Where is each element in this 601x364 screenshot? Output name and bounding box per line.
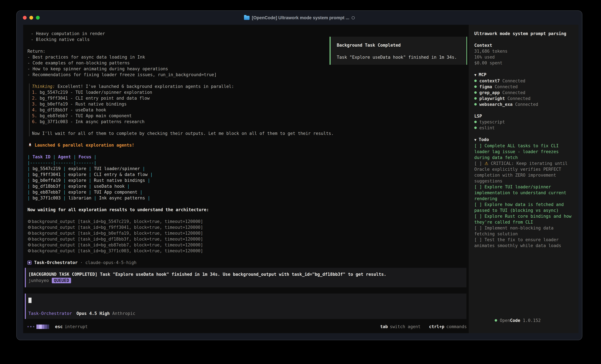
tool-call-line: ⚙background_output [task_id=bg_df18bb3f,… bbox=[27, 236, 467, 242]
table-cell: bg_b0effa19 bbox=[30, 178, 63, 183]
status-bar-right: tab switch agent ctrl+p commands bbox=[380, 324, 467, 330]
agent-name: Task-Orchestrator bbox=[34, 260, 78, 266]
tab-key-label: switch agent bbox=[390, 324, 421, 330]
table-cell: explore bbox=[66, 184, 89, 189]
item-number: 6. bbox=[32, 119, 37, 124]
spinner-bar bbox=[36, 325, 49, 329]
queued-badge: QUEUED bbox=[52, 278, 71, 283]
mcp-status: Connected bbox=[502, 78, 525, 83]
context-heading: Context bbox=[474, 42, 575, 48]
prompt-input[interactable]: Task-Orchestrator Opus 4.5 High Anthropi… bbox=[25, 294, 466, 319]
tool-call-line: ⚙background_output [task_id=bg_f9ff3041,… bbox=[27, 224, 467, 230]
close-button[interactable] bbox=[23, 16, 27, 19]
opencode-window: [OpenCode] Ultrawork mode system prompt … bbox=[16, 10, 582, 340]
todo-item: [ ] ⚠ CRITICAL: Keep iterating until Ora… bbox=[474, 161, 575, 184]
lsp-list: typescripteslint bbox=[474, 119, 575, 131]
gear-icon: ⚙ bbox=[27, 219, 31, 224]
table-cell: explore bbox=[66, 190, 89, 195]
mcp-item: playwright Connected bbox=[474, 96, 575, 101]
status-dot bbox=[474, 80, 477, 82]
output-line: - Heavy computation in render bbox=[27, 31, 467, 37]
table-cell: Rust native bindings bbox=[91, 178, 148, 183]
todo-section-header[interactable]: ▼Todo bbox=[474, 137, 575, 143]
table-header-cell: Agent bbox=[56, 154, 73, 159]
agents-table: | Task ID | Agent | Focus ||---------|--… bbox=[27, 154, 467, 201]
agent-icon bbox=[27, 261, 31, 265]
status-bar: esc interrupt tab switch agent ctrl+p co… bbox=[27, 324, 467, 330]
mcp-list: context7 Connectedfigma Connectedgrep_ap… bbox=[474, 78, 575, 107]
item-number: 1. bbox=[32, 90, 37, 95]
mcp-name: websearch_exa bbox=[479, 102, 513, 107]
item-number: 4. bbox=[32, 107, 37, 112]
table-cell: bg_df18bb3f bbox=[30, 184, 63, 189]
background-task-message: [BACKGROUND TASK COMPLETED] Task "Explor… bbox=[25, 268, 466, 287]
traffic-lights bbox=[23, 16, 40, 19]
thinking-agent-item: 6. bg_37f1c003 - Ink async patterns rese… bbox=[32, 119, 467, 125]
table-cell: CLI entry & data flow bbox=[91, 172, 150, 177]
waiting-line: Now waiting for all exploration results … bbox=[27, 207, 467, 213]
title-area: [OpenCode] Ultrawork mode system prompt … bbox=[17, 11, 582, 25]
input-provider: Anthropic bbox=[112, 310, 135, 316]
gear-icon: ⚙ bbox=[27, 242, 31, 247]
table-cell: bg_5547c219 bbox=[30, 166, 63, 171]
background-task-toast[interactable]: Background Task Completed Task "Explore … bbox=[330, 37, 467, 65]
input-model-name: Opus 4.5 High bbox=[76, 310, 110, 316]
tool-call-line: ⚙background_output [task_id=bg_eb87ebb7,… bbox=[27, 242, 467, 248]
ctrlp-key-hint: ctrl+p bbox=[429, 324, 444, 330]
table-cell: TUI App component bbox=[91, 190, 140, 195]
toast-title: Background Task Completed bbox=[337, 42, 466, 48]
table-divider-row: |---------|-------|-------| bbox=[27, 160, 467, 166]
mcp-status: Connected bbox=[507, 96, 531, 101]
todo-item: [ ] Explore TUI loader/spinner implement… bbox=[474, 184, 575, 201]
zoom-button[interactable] bbox=[36, 16, 40, 19]
thinking-agent-list: 1. bg_5547c219 - TUI loader/spinner expl… bbox=[32, 89, 467, 125]
mcp-item: context7 Connected bbox=[474, 78, 575, 84]
todo-item: [ ] Explore how data is fetched and pass… bbox=[474, 201, 575, 213]
message-user: junhoyeo bbox=[29, 278, 49, 283]
toast-body: Task "Explore useData hook" finished in … bbox=[337, 54, 466, 60]
gear-icon: ⚙ bbox=[27, 225, 31, 230]
todo-item: [ ] Complete ALL tasks to fix CLI loader… bbox=[474, 143, 575, 161]
context-tokens: 31,686 tokens bbox=[474, 48, 575, 54]
context-used: 16% used bbox=[474, 54, 575, 60]
thinking-block: Thinking: Excellent! I've launched 6 bac… bbox=[29, 84, 467, 136]
rocket-icon bbox=[27, 143, 33, 148]
todo-item: [ ] Explore Rust core bindings and how t… bbox=[474, 213, 575, 225]
lsp-item: eslint bbox=[474, 125, 575, 131]
item-number: 3. bbox=[32, 102, 37, 106]
thinking-agent-item: 4. bg_df18bb3f - useData hook bbox=[32, 107, 467, 113]
warning-icon: ⚠ bbox=[485, 161, 488, 166]
lsp-item: typescript bbox=[474, 119, 575, 125]
lsp-name: eslint bbox=[479, 125, 495, 130]
table-cell: explore bbox=[66, 166, 89, 171]
tab-key-hint: tab bbox=[380, 324, 388, 330]
table-row: | bg_37f1c003 | librarian | Ink async pa… bbox=[27, 195, 467, 201]
thinking-agent-item: 2. bg_f9ff3041 - CLI entry point and dat… bbox=[32, 95, 467, 101]
mcp-name: figma bbox=[479, 84, 492, 89]
mcp-status: Connected bbox=[515, 102, 538, 107]
mcp-status: Connected bbox=[495, 84, 518, 89]
announcement-line: Launched 6 parallel exploration agents! bbox=[27, 142, 467, 148]
mcp-section-header[interactable]: ▼MCP bbox=[474, 72, 575, 78]
gear-icon: ⚙ bbox=[27, 248, 31, 253]
todo-item: [ ] Test the fix to ensure loader animat… bbox=[474, 237, 575, 249]
app-version-footer: OpenCode 1.0.152 bbox=[474, 312, 541, 329]
table-cell: bg_f9ff3041 bbox=[30, 172, 63, 177]
esc-key-hint: esc bbox=[55, 324, 63, 330]
output-line: - How to keep spinner animating during h… bbox=[27, 66, 467, 72]
mcp-item: figma Connected bbox=[474, 84, 575, 90]
table-cell: useData hook bbox=[91, 184, 127, 189]
mcp-item: grep_app Connected bbox=[474, 90, 575, 96]
lsp-heading: LSP bbox=[474, 113, 575, 119]
table-cell: librarian bbox=[66, 196, 94, 201]
table-cell: TUI loader/spinner bbox=[91, 166, 142, 171]
thinking-outro: Now I'll wait for all of them to complet… bbox=[32, 130, 467, 136]
ctrlp-key-label: commands bbox=[446, 324, 467, 330]
todo-item: [ ] Implement non-blocking data fetching… bbox=[474, 225, 575, 237]
tool-call-line: ⚙background_output [task_id=bg_b0effa19,… bbox=[27, 230, 467, 236]
input-footer: Task-Orchestrator Opus 4.5 High Anthropi… bbox=[29, 310, 135, 316]
agent-status-line: Task-Orchestrator · claude-opus-4-5-high bbox=[27, 260, 467, 266]
minimize-button[interactable] bbox=[30, 16, 33, 19]
status-dot bbox=[474, 103, 477, 105]
mcp-status: Connected bbox=[502, 90, 525, 95]
